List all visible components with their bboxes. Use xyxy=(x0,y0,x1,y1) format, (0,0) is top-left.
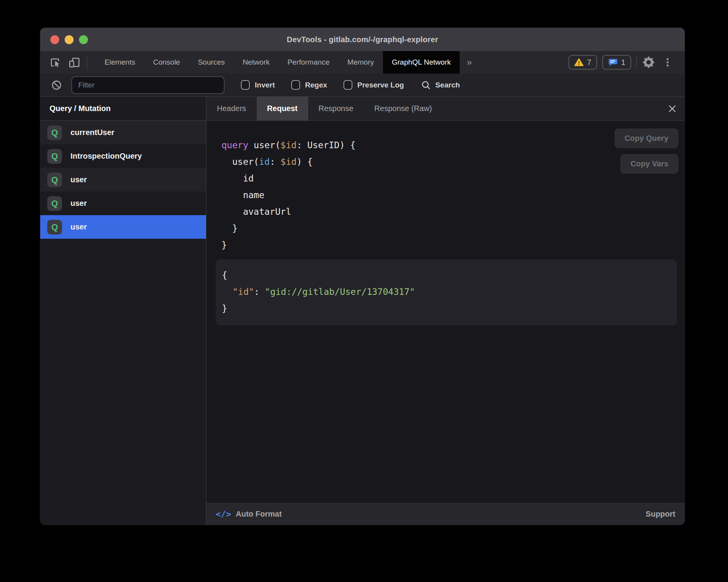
query-list-header: Query / Mutation xyxy=(40,97,206,121)
request-body-view: query user($id: UserID) { user(id: $id) … xyxy=(206,121,685,503)
regex-label: Regex xyxy=(305,81,327,89)
filter-input[interactable] xyxy=(71,76,225,94)
toolbar-separator xyxy=(636,56,637,69)
devtools-tab-bar: Elements Console Sources Network Perform… xyxy=(40,51,685,74)
support-link[interactable]: Support xyxy=(646,510,675,519)
search-icon xyxy=(421,80,431,90)
tab-network[interactable]: Network xyxy=(234,51,279,74)
graphql-query-code: query user($id: UserID) { user(id: $id) … xyxy=(221,137,355,253)
devtools-window: DevTools - gitlab.com/-/graphql-explorer… xyxy=(40,28,685,525)
tab-elements[interactable]: Elements xyxy=(96,51,144,74)
auto-format-button[interactable]: </> Auto Format xyxy=(216,509,282,519)
minimize-window-button[interactable] xyxy=(65,35,74,44)
tab-response-raw[interactable]: Response (Raw) xyxy=(364,97,443,120)
list-item-label: user xyxy=(70,199,87,208)
copy-query-button[interactable]: Copy Query xyxy=(615,128,678,148)
graphql-variables-box: { "id": "gid://gitlab/User/13704317"} xyxy=(216,259,677,325)
query-type-badge: Q xyxy=(47,125,62,140)
tab-request[interactable]: Request xyxy=(257,97,308,120)
tab-memory[interactable]: Memory xyxy=(338,51,383,74)
request-detail-panel: Headers Request Response Response (Raw) … xyxy=(206,97,685,525)
content-area: Query / Mutation Q currentUser Q Introsp… xyxy=(40,97,685,525)
auto-format-label: Auto Format xyxy=(236,510,282,519)
list-item-user-3-selected[interactable]: Q user xyxy=(40,215,206,239)
window-title: DevTools - gitlab.com/-/graphql-explorer xyxy=(287,35,438,44)
detail-footer: </> Auto Format Support xyxy=(206,503,685,525)
tab-graphql-network[interactable]: GraphQL Network xyxy=(383,51,460,74)
devtools-toolbar-right: 7 1 xyxy=(568,51,685,74)
query-type-badge: Q xyxy=(47,220,62,235)
close-window-button[interactable] xyxy=(50,35,59,44)
traffic-lights xyxy=(50,28,88,51)
messages-badge[interactable]: 1 xyxy=(602,55,631,70)
more-tabs-chevron[interactable]: » xyxy=(460,51,479,74)
preserve-log-checkbox-group: Preserve Log xyxy=(343,80,404,90)
tab-console[interactable]: Console xyxy=(144,51,189,74)
tab-headers[interactable]: Headers xyxy=(206,97,257,120)
list-item-label: user xyxy=(70,175,87,184)
list-item-label: user xyxy=(70,223,87,231)
list-item-label: IntrospectionQuery xyxy=(70,152,142,161)
list-item-user-1[interactable]: Q user xyxy=(40,168,206,192)
tab-sources[interactable]: Sources xyxy=(189,51,234,74)
more-options-icon[interactable] xyxy=(661,55,675,69)
query-type-badge: Q xyxy=(47,196,62,211)
detail-tab-bar: Headers Request Response Response (Raw) xyxy=(206,97,685,121)
device-toolbar-icon[interactable] xyxy=(67,55,81,69)
list-item-introspectionquery[interactable]: Q IntrospectionQuery xyxy=(40,144,206,168)
warning-triangle-icon xyxy=(574,58,584,67)
code-brackets-icon: </> xyxy=(216,509,231,519)
copy-vars-button[interactable]: Copy Vars xyxy=(620,154,678,174)
clear-filter-icon[interactable] xyxy=(50,78,64,92)
settings-gear-icon[interactable] xyxy=(642,55,656,69)
toolbar-separator xyxy=(87,56,87,69)
preserve-log-checkbox[interactable] xyxy=(343,80,352,90)
devtools-tabs: Elements Console Sources Network Perform… xyxy=(96,51,479,74)
issues-warning-badge[interactable]: 7 xyxy=(568,55,597,70)
inspect-element-icon[interactable] xyxy=(48,55,62,69)
close-detail-button[interactable] xyxy=(660,97,685,120)
title-bar: DevTools - gitlab.com/-/graphql-explorer xyxy=(40,28,685,51)
zoom-window-button[interactable] xyxy=(79,35,88,44)
invert-checkbox[interactable] xyxy=(241,80,250,90)
query-type-badge: Q xyxy=(47,149,62,164)
tab-performance[interactable]: Performance xyxy=(278,51,338,74)
regex-checkbox-group: Regex xyxy=(291,80,327,90)
devtools-tool-icons xyxy=(40,51,93,74)
message-count: 1 xyxy=(621,58,625,67)
list-item-label: currentUser xyxy=(70,128,114,137)
search-label: Search xyxy=(435,81,460,89)
warning-count: 7 xyxy=(587,58,591,67)
search-control[interactable]: Search xyxy=(421,80,460,90)
list-item-user-2[interactable]: Q user xyxy=(40,192,206,215)
close-icon xyxy=(668,104,676,113)
copy-buttons: Copy Query Copy Vars xyxy=(615,128,678,174)
message-bubble-icon xyxy=(608,58,618,67)
tab-response[interactable]: Response xyxy=(308,97,364,120)
query-list-panel: Query / Mutation Q currentUser Q Introsp… xyxy=(40,97,206,525)
query-type-badge: Q xyxy=(47,173,62,187)
list-item-currentuser[interactable]: Q currentUser xyxy=(40,121,206,144)
filter-bar: Invert Regex Preserve Log Search xyxy=(40,74,685,97)
regex-checkbox[interactable] xyxy=(291,80,300,90)
preserve-log-label: Preserve Log xyxy=(357,81,404,89)
invert-label: Invert xyxy=(255,81,275,89)
invert-checkbox-group: Invert xyxy=(241,80,275,90)
